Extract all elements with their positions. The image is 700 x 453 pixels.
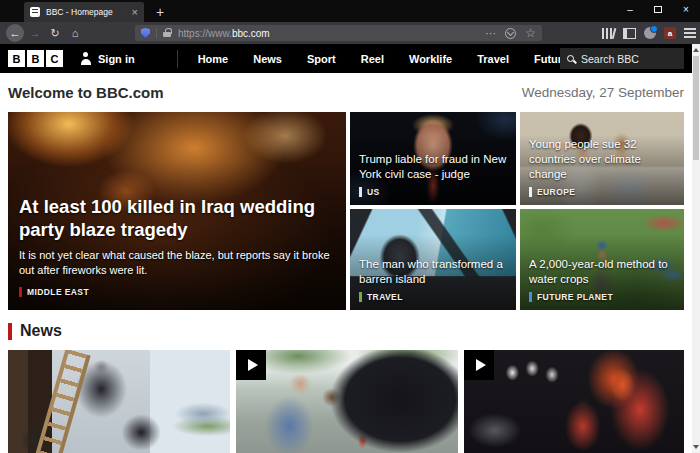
story-card-trump[interactable]: Trump liable for fraud in New York civil… [350, 112, 516, 205]
tab-bar: BBC - Homepage × + – × [0, 0, 700, 22]
bbc-site-header: B B C Sign in Home News Sport Reel Workl… [0, 44, 692, 73]
urlbar-divider [156, 28, 157, 38]
urlbar-actions: ⋯ ☆ [485, 27, 536, 39]
page-title: Welcome to BBC.com [8, 84, 164, 101]
hamburger-menu-icon[interactable] [684, 28, 696, 38]
pocket-icon[interactable] [505, 28, 516, 39]
page-viewport: B B C Sign in Home News Sport Reel Workl… [0, 44, 692, 453]
story-headline[interactable]: The man who transformed a barren island [359, 257, 508, 287]
bbc-logo[interactable]: B B C [8, 50, 63, 67]
nav-item-travel[interactable]: Travel [477, 53, 509, 65]
category-bar [359, 187, 362, 197]
category-bar [529, 187, 532, 197]
news-section-title[interactable]: News [20, 322, 62, 340]
scrollbar-thumb[interactable] [693, 56, 699, 160]
category-row[interactable]: TRAVEL [359, 292, 508, 302]
story-headline[interactable]: A 2,000-year-old method to water crops [529, 257, 676, 287]
play-triangle [476, 359, 486, 371]
scroll-up-icon[interactable] [693, 48, 699, 52]
header-divider [177, 50, 178, 68]
main-story-summary: It is not yet clear what caused the blaz… [19, 248, 332, 278]
window-close-button[interactable]: × [672, 0, 700, 18]
bbc-logo-letter: C [46, 50, 63, 67]
window-controls: – × [616, 0, 700, 18]
date-label: Wednesday, 27 September [522, 85, 684, 100]
extension-icon[interactable] [644, 27, 656, 39]
profile-extension-icon[interactable]: a [664, 27, 676, 39]
news-video-thumbnail[interactable] [236, 350, 458, 453]
story-headline[interactable]: Trump liable for fraud in New York civil… [359, 152, 508, 182]
story-card-island[interactable]: The man who transformed a barren island … [350, 209, 516, 310]
person-icon [79, 52, 92, 65]
search-icon [567, 55, 574, 62]
lock-icon[interactable] [163, 32, 171, 37]
maximize-icon [654, 6, 662, 13]
news-video-thumbnail[interactable] [464, 350, 684, 453]
page-scrollbar[interactable] [692, 44, 700, 453]
category-label[interactable]: EUROPE [537, 187, 575, 197]
navigation-toolbar: ← → ↻ ⌂ https://www.bbc.com ⋯ ☆ a [0, 22, 700, 44]
story-headline[interactable]: Young people sue 32 countries over clima… [529, 137, 676, 182]
new-tab-button[interactable]: + [150, 2, 170, 22]
news-thumbnail[interactable] [8, 350, 230, 453]
scroll-down-icon[interactable] [693, 445, 699, 449]
window-maximize-button[interactable] [644, 0, 672, 18]
tab-title: BBC - Homepage [46, 7, 128, 17]
category-bar [529, 292, 532, 302]
sign-in-label: Sign in [98, 53, 135, 65]
address-bar[interactable]: https://www.bbc.com ⋯ ☆ [135, 25, 542, 41]
home-button[interactable]: ⌂ [66, 24, 84, 42]
browser-tab[interactable]: BBC - Homepage × [24, 2, 144, 22]
category-label[interactable]: TRAVEL [367, 292, 403, 302]
category-row[interactable]: MIDDLE EAST [19, 287, 332, 297]
library-icon[interactable] [602, 28, 615, 39]
play-triangle [248, 359, 258, 371]
news-section-header: News [8, 322, 62, 340]
category-label[interactable]: MIDDLE EAST [27, 287, 89, 297]
nav-item-home[interactable]: Home [198, 53, 229, 65]
category-row[interactable]: EUROPE [529, 187, 676, 197]
play-icon[interactable] [464, 350, 494, 380]
sign-in-button[interactable]: Sign in [79, 52, 135, 65]
bbc-logo-letter: B [8, 50, 25, 67]
toolbar-right-icons: a [602, 22, 696, 44]
bookmark-star-icon[interactable]: ☆ [525, 27, 536, 39]
nav-item-worklife[interactable]: Worklife [409, 53, 452, 65]
tracking-protection-shield-icon[interactable] [141, 28, 150, 38]
sidebar-icon[interactable] [623, 28, 636, 39]
main-story-headline[interactable]: At least 100 killed in Iraq wedding part… [19, 195, 332, 241]
main-story-card[interactable]: At least 100 killed in Iraq wedding part… [8, 112, 346, 310]
search-input[interactable] [581, 53, 671, 65]
category-bar [19, 287, 22, 297]
tab-close-icon[interactable]: × [132, 6, 138, 18]
bbc-logo-letter: B [27, 50, 44, 67]
thumbnail-image [464, 350, 684, 453]
page-actions-icon[interactable]: ⋯ [485, 28, 496, 39]
category-label[interactable]: US [367, 187, 380, 197]
category-label[interactable]: FUTURE PLANET [537, 292, 613, 302]
window-minimize-button[interactable]: – [616, 0, 644, 18]
url-text[interactable]: https://www.bbc.com [178, 28, 485, 39]
url-protocol: https://www. [178, 28, 232, 39]
nav-item-sport[interactable]: Sport [307, 53, 336, 65]
welcome-row: Welcome to BBC.com Wednesday, 27 Septemb… [8, 73, 684, 112]
category-row[interactable]: FUTURE PLANET [529, 292, 676, 302]
reload-button[interactable]: ↻ [46, 24, 64, 42]
nav-item-reel[interactable]: Reel [361, 53, 384, 65]
category-bar [359, 292, 362, 302]
url-domain: bbc.com [232, 28, 270, 39]
thumbnail-image [236, 350, 458, 453]
category-row[interactable]: US [359, 187, 508, 197]
story-card-crops[interactable]: A 2,000-year-old method to water crops F… [520, 209, 684, 310]
forward-button[interactable]: → [26, 24, 44, 42]
bbc-favicon-icon [30, 7, 40, 17]
browser-window: BBC - Homepage × + – × ← → ↻ ⌂ https://w… [0, 0, 700, 453]
play-icon[interactable] [236, 350, 266, 380]
search-box[interactable] [560, 48, 684, 69]
section-accent-bar [8, 323, 12, 340]
story-card-climate[interactable]: Young people sue 32 countries over clima… [520, 112, 684, 205]
nav-item-news[interactable]: News [253, 53, 282, 65]
back-button[interactable]: ← [6, 24, 24, 42]
